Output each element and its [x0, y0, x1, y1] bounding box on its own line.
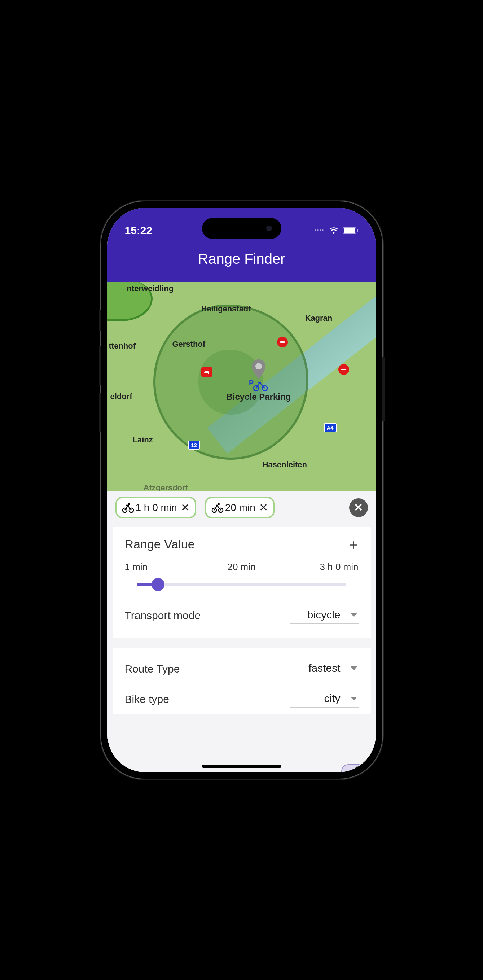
map-pin[interactable]: P Bicycle Parking — [227, 360, 291, 402]
chip-close-icon[interactable]: ✕ — [259, 501, 268, 514]
battery-icon — [343, 227, 359, 234]
range-value-title: Range Value — [125, 537, 195, 551]
app-title: Range Finder — [198, 251, 285, 267]
map-label-kagran: Kagran — [305, 313, 332, 323]
phone-frame: 15:22 ···· Range Finder nterweidling — [101, 201, 382, 779]
map-label-nterweidling: nterweidling — [127, 284, 174, 293]
svg-text:P: P — [249, 379, 254, 387]
close-panel-button[interactable]: ✕ — [349, 498, 368, 517]
chevron-down-icon — [351, 697, 357, 701]
home-indicator[interactable] — [202, 765, 281, 768]
slider-max-label: 3 h 0 min — [281, 562, 359, 573]
range-chip-2-label: 20 min — [225, 502, 256, 514]
close-icon: ✕ — [354, 501, 363, 514]
map-label-lainz: Lainz — [133, 435, 153, 444]
toggle-switch-partial[interactable] — [341, 764, 366, 772]
map-label-gersthof: Gersthof — [172, 339, 206, 349]
map-label-hasenleiten: Hasenleiten — [262, 460, 307, 469]
bike-type-select[interactable]: city — [290, 691, 359, 708]
svg-point-3 — [256, 363, 262, 369]
map-label-eldorf: eldorf — [110, 392, 132, 401]
chevron-down-icon — [351, 613, 357, 617]
app-header: Range Finder — [108, 249, 376, 282]
range-chip-1[interactable]: 1 h 0 min ✕ — [116, 497, 196, 518]
bike-type-label: Bike type — [125, 693, 169, 705]
slider-thumb[interactable] — [151, 578, 165, 591]
slider-value-label: 20 min — [203, 562, 281, 573]
map-label-atz: Atzgersdorf — [143, 483, 188, 491]
range-chip-1-label: 1 h 0 min — [136, 502, 177, 514]
range-chip-2[interactable]: 20 min ✕ — [205, 497, 275, 518]
bicycle-parking-icon: P — [249, 379, 269, 391]
bicycle-icon — [211, 503, 224, 513]
range-slider[interactable] — [137, 583, 346, 586]
svg-rect-2 — [357, 229, 358, 232]
svg-point-7 — [122, 508, 127, 512]
slider-min-label: 1 min — [125, 562, 203, 573]
map-label-ttenhof: ttenhof — [109, 341, 136, 351]
no-entry-icon-2[interactable] — [338, 364, 349, 375]
range-value-card: Range Value ＋ 1 min 20 min 3 h 0 min Tra… — [113, 527, 371, 638]
bike-type-value: city — [324, 692, 340, 705]
traffic-incident-icon[interactable] — [201, 367, 212, 377]
bicycle-icon — [122, 503, 134, 513]
map-label-heiligenstadt: Heiligenstadt — [201, 304, 251, 313]
controls-panel: 1 h 0 min ✕ 20 min ✕ ✕ Range Value ＋ — [108, 491, 376, 772]
svg-rect-1 — [344, 228, 355, 233]
svg-point-9 — [128, 503, 130, 505]
map-view[interactable]: nterweidling Heiligenstadt Kagran Gersth… — [108, 282, 376, 491]
chevron-down-icon — [351, 667, 357, 670]
screen: 15:22 ···· Range Finder nterweidling — [108, 208, 376, 772]
road-badge-a4: A4 — [324, 423, 337, 432]
no-entry-icon[interactable] — [277, 337, 288, 347]
side-button-vol-down — [99, 393, 101, 432]
svg-point-12 — [218, 503, 220, 505]
transport-mode-label: Transport mode — [125, 609, 201, 622]
route-type-value: fastest — [308, 662, 340, 675]
transport-mode-select[interactable]: bicycle — [290, 607, 359, 624]
chip-close-icon[interactable]: ✕ — [181, 501, 190, 514]
wifi-icon — [328, 227, 339, 234]
route-options-card: Route Type fastest Bike type city — [113, 648, 371, 714]
transport-mode-value: bicycle — [307, 609, 340, 621]
route-type-label: Route Type — [125, 663, 180, 675]
side-button-power — [382, 356, 384, 422]
road-badge-12: 12 — [188, 441, 200, 450]
signal-dots: ···· — [314, 227, 324, 234]
side-button-vol-up — [99, 346, 101, 385]
add-range-button[interactable]: ＋ — [346, 537, 361, 551]
dynamic-island — [202, 218, 281, 239]
range-chips-row: 1 h 0 min ✕ 20 min ✕ ✕ — [108, 491, 376, 524]
map-pin-label: Bicycle Parking — [227, 392, 291, 402]
route-type-select[interactable]: fastest — [290, 661, 359, 677]
pin-marker-icon — [249, 360, 268, 382]
side-button-silence — [99, 310, 101, 331]
status-time: 15:22 — [125, 224, 153, 237]
svg-point-10 — [212, 508, 216, 512]
